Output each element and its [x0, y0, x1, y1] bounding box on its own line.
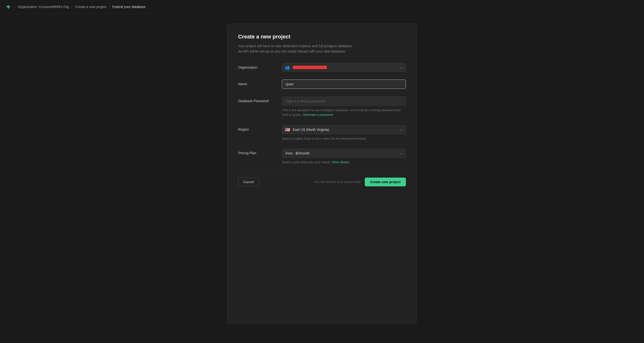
- breadcrumb-org[interactable]: Organization: Crossme0809's Org: [18, 5, 69, 9]
- region-display[interactable]: East US (North Virginia): [282, 125, 406, 134]
- footer-right: You can rename your project later Create…: [314, 178, 406, 186]
- generate-password-link[interactable]: Generate a password: [303, 113, 333, 116]
- name-input[interactable]: [282, 80, 406, 89]
- create-project-button[interactable]: Create new project: [365, 178, 406, 186]
- organization-row: Organization 👥 ⌄: [238, 63, 406, 72]
- breadcrumb-sep-2: ›: [72, 5, 73, 9]
- organization-label: Organization: [238, 63, 282, 69]
- region-label: Region: [238, 125, 282, 131]
- name-label: Name: [238, 80, 282, 86]
- pricing-helper: Select a plan that suits your needs. Mor…: [282, 160, 406, 165]
- form-title: Create a new project: [238, 34, 406, 40]
- pricing-select-wrapper: Free - $0/month: [282, 149, 406, 158]
- pricing-row: Pricing Plan Free - $0/month Select a pl…: [238, 149, 406, 165]
- form-description: Your project will have its own dedicated…: [238, 43, 406, 54]
- breadcrumb-sep-3: ›: [109, 5, 110, 9]
- topbar: › Organization: Crossme0809's Org › Crea…: [0, 0, 644, 14]
- organization-select-wrapper[interactable]: 👥 ⌄: [282, 63, 406, 72]
- region-select-wrapper[interactable]: 🇺🇸 East US (North Virginia) ⌄: [282, 125, 406, 134]
- name-row: Name: [238, 80, 406, 89]
- org-redacted-value: [293, 66, 327, 69]
- password-label: Database Password: [238, 96, 282, 103]
- breadcrumb-new-project[interactable]: Create a new project: [75, 5, 106, 9]
- form-card: Create a new project Your project will h…: [227, 24, 417, 324]
- logo-icon: [5, 4, 12, 10]
- more-details-link[interactable]: More details: [332, 160, 349, 164]
- pricing-control: Free - $0/month Select a plan that suits…: [282, 149, 406, 165]
- form-footer: Cancel You can rename your project later…: [238, 172, 406, 186]
- password-row: Database Password This is the password t…: [238, 96, 406, 117]
- pricing-select[interactable]: Free - $0/month: [282, 149, 406, 158]
- organization-control: 👥 ⌄: [282, 63, 406, 72]
- breadcrumb-extend-db: Extend your database: [112, 5, 146, 9]
- password-helper: This is the password to your postgres da…: [282, 108, 406, 117]
- password-control: This is the password to your postgres da…: [282, 96, 406, 117]
- name-control: [282, 80, 406, 89]
- organization-select-display[interactable]: [282, 63, 406, 72]
- password-input[interactable]: [282, 96, 406, 106]
- breadcrumb-sep-1: ›: [14, 5, 15, 9]
- region-helper: Select a region close to your users for …: [282, 136, 406, 141]
- pricing-label: Pricing Plan: [238, 149, 282, 155]
- main-content: Create a new project Your project will h…: [0, 14, 644, 343]
- rename-hint: You can rename your project later: [314, 180, 361, 184]
- cancel-button[interactable]: Cancel: [238, 178, 259, 186]
- region-control: 🇺🇸 East US (North Virginia) ⌄ Select a r…: [282, 125, 406, 141]
- region-row: Region 🇺🇸 East US (North Virginia) ⌄ Sel…: [238, 125, 406, 141]
